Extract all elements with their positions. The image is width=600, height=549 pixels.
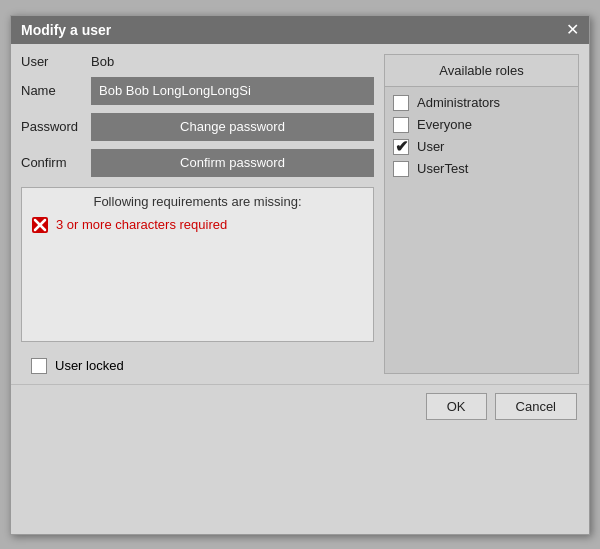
confirm-password-button[interactable]: Confirm password [91,149,374,177]
requirement-text: 3 or more characters required [56,217,227,232]
requirements-box: Following requirements are missing: 3 or… [21,187,374,342]
password-row: Password Change password [21,113,374,141]
roles-title: Available roles [385,55,578,87]
role-item-administrators[interactable]: Administrators [393,95,570,111]
confirm-row: Confirm Confirm password [21,149,374,177]
requirements-title: Following requirements are missing: [30,194,365,209]
name-label: Name [21,83,91,98]
user-checkbox[interactable]: ✔ [393,139,409,155]
dialog-body: User Bob Name Password Change password C… [11,44,589,384]
name-row: Name [21,77,374,105]
right-panel: Available roles Administrators Everyone … [384,54,579,374]
user-label: User [21,54,91,69]
name-input[interactable] [91,77,374,105]
user-value: Bob [91,54,114,69]
role-item-usertest[interactable]: UserTest [393,161,570,177]
administrators-label: Administrators [417,95,500,110]
user-row: User Bob [21,54,374,69]
ok-button[interactable]: OK [426,393,487,420]
usertest-label: UserTest [417,161,468,176]
requirement-item: 3 or more characters required [30,215,365,235]
user-locked-checkbox[interactable] [31,358,47,374]
usertest-checkbox[interactable] [393,161,409,177]
dialog-titlebar: Modify a user ✕ [11,16,589,44]
roles-list: Administrators Everyone ✔ User UserTest [385,87,578,185]
modify-user-dialog: Modify a user ✕ User Bob Name Password C… [10,15,590,535]
administrators-checkbox[interactable] [393,95,409,111]
error-icon [30,215,50,235]
left-panel: User Bob Name Password Change password C… [21,54,374,374]
user-label: User [417,139,444,154]
role-item-everyone[interactable]: Everyone [393,117,570,133]
role-item-user[interactable]: ✔ User [393,139,570,155]
dialog-title: Modify a user [21,22,111,38]
dialog-footer: OK Cancel [11,384,589,428]
requirements-content: 3 or more characters required [30,215,365,335]
password-label: Password [21,119,91,134]
user-locked-label: User locked [55,358,124,373]
confirm-label: Confirm [21,155,91,170]
checkmark-icon: ✔ [395,137,408,156]
cancel-button[interactable]: Cancel [495,393,577,420]
user-locked-row: User locked [21,358,374,374]
close-button[interactable]: ✕ [566,22,579,38]
change-password-button[interactable]: Change password [91,113,374,141]
everyone-label: Everyone [417,117,472,132]
everyone-checkbox[interactable] [393,117,409,133]
